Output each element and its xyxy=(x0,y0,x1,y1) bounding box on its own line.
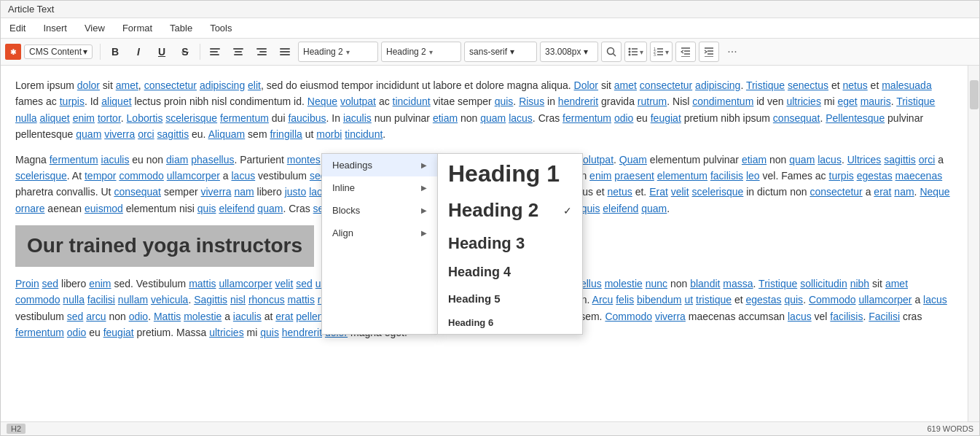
font-family-select[interactable]: sans-serif ▾ xyxy=(464,42,537,62)
search-button[interactable] xyxy=(601,42,622,62)
heading2-select-value: Heading 2 xyxy=(386,47,426,57)
divider-1 xyxy=(100,44,101,60)
align-justify-icon xyxy=(280,48,290,55)
ordered-list-button[interactable]: 1. 2. 3. ▾ xyxy=(650,42,673,62)
svg-point-0 xyxy=(608,48,614,55)
heading-6-label: Heading 6 xyxy=(448,316,493,330)
dropdown-item-blocks[interactable]: Blocks ▶ xyxy=(322,199,437,222)
svg-point-4 xyxy=(629,51,631,53)
window-title: Article Text xyxy=(8,4,54,15)
heading-select[interactable]: Heading 2 ▾ xyxy=(298,42,378,62)
inline-label: Inline xyxy=(332,182,355,193)
more-button[interactable]: ··· xyxy=(722,42,742,62)
strikethrough-button[interactable]: S xyxy=(175,42,195,62)
heading-2-checkmark: ✓ xyxy=(563,205,572,217)
heading-5-label: Heading 5 xyxy=(448,291,501,307)
outdent-button[interactable] xyxy=(675,42,696,62)
dropdown-overlay: Headings ▶ Inline ▶ Blocks ▶ Align ▶ xyxy=(321,153,583,335)
heading-4-option[interactable]: Heading 4 xyxy=(438,259,582,287)
element-indicator: H2 xyxy=(7,424,26,434)
heading-1-label: Heading 1 xyxy=(448,158,560,189)
section-heading: Our trained yoga instructors xyxy=(15,225,314,267)
heading-3-label: Heading 3 xyxy=(448,233,525,254)
search-icon xyxy=(606,47,616,57)
heading-select-value: Heading 2 xyxy=(303,47,343,57)
inline-arrow: ▶ xyxy=(421,184,427,192)
heading-3-option[interactable]: Heading 3 xyxy=(438,228,582,259)
heading-6-option[interactable]: Heading 6 xyxy=(438,311,582,335)
heading-5-option[interactable]: Heading 5 xyxy=(438,287,582,311)
scrollbar[interactable] xyxy=(968,66,979,421)
align-arrow: ▶ xyxy=(421,229,427,237)
heading-2-label: Heading 2 xyxy=(448,198,538,223)
editor-container: Lorem ipsum dolor sit amet, consectetur … xyxy=(1,66,979,421)
title-bar: Article Text xyxy=(1,1,979,18)
blocks-arrow: ▶ xyxy=(421,206,427,214)
dropdown-item-headings[interactable]: Headings ▶ xyxy=(322,154,437,176)
unordered-list-icon xyxy=(628,47,638,57)
heading-2-option[interactable]: Heading 2 ✓ xyxy=(438,193,582,227)
svg-point-2 xyxy=(629,48,631,50)
svg-point-6 xyxy=(629,54,631,56)
paragraph-1: Lorem ipsum dolor sit amet, consectetur … xyxy=(15,77,953,143)
indent-icon xyxy=(704,47,714,57)
word-count: 619 WORDS xyxy=(927,424,973,433)
menu-bar: Edit Insert View Format Table Tools xyxy=(1,18,979,39)
blocks-label: Blocks xyxy=(332,205,360,216)
outdent-icon xyxy=(681,47,691,57)
dropdown-item-align[interactable]: Align ▶ xyxy=(322,222,437,244)
menu-tools[interactable]: Tools xyxy=(207,20,235,36)
headings-arrow: ▶ xyxy=(421,161,427,169)
align-label: Align xyxy=(332,227,353,238)
ordered-list-icon: 1. 2. 3. xyxy=(654,47,664,57)
font-family-value: sans-serif xyxy=(469,47,507,57)
cms-content-section: ✱ CMS Content ▾ xyxy=(5,44,93,60)
menu-edit[interactable]: Edit xyxy=(7,20,28,36)
heading-4-label: Heading 4 xyxy=(448,263,511,282)
headings-submenu: Heading 1 Heading 2 ✓ Heading 3 Heading … xyxy=(437,153,583,335)
heading-dropdown-menu: Headings ▶ Inline ▶ Blocks ▶ Align ▶ xyxy=(321,153,438,335)
align-justify-button[interactable] xyxy=(275,42,295,62)
menu-table[interactable]: Table xyxy=(167,20,195,36)
align-center-button[interactable] xyxy=(228,42,248,62)
menu-insert[interactable]: Insert xyxy=(40,20,70,36)
align-left-button[interactable] xyxy=(205,42,225,62)
heading-select-2[interactable]: Heading 2 ▾ xyxy=(381,42,461,62)
status-bar: H2 619 WORDS xyxy=(1,421,979,435)
bold-button[interactable]: B xyxy=(105,42,125,62)
headings-label: Headings xyxy=(332,160,372,171)
svg-text:3.: 3. xyxy=(654,52,656,57)
editor-window: Article Text Edit Insert View Format Tab… xyxy=(0,0,980,436)
align-left-icon xyxy=(210,48,220,55)
align-center-icon xyxy=(233,48,243,55)
align-right-button[interactable] xyxy=(251,42,272,62)
heading-1-option[interactable]: Heading 1 xyxy=(438,154,582,193)
divider-2 xyxy=(200,44,200,60)
menu-format[interactable]: Format xyxy=(119,20,155,36)
svg-line-1 xyxy=(614,54,616,57)
heading-select-arrow: ▾ xyxy=(346,48,350,56)
font-size-value: 33.008px xyxy=(545,47,581,57)
scrollbar-thumb[interactable] xyxy=(970,80,979,109)
menu-view[interactable]: View xyxy=(82,20,108,36)
cms-content-button[interactable]: CMS Content ▾ xyxy=(24,44,93,59)
joomla-icon: ✱ xyxy=(5,44,21,60)
toolbar: ✱ CMS Content ▾ B I U S xyxy=(1,39,979,66)
font-size-select[interactable]: 33.008px ▾ xyxy=(540,42,598,62)
underline-button[interactable]: U xyxy=(152,42,172,62)
italic-button[interactable]: I xyxy=(128,42,149,62)
indent-button[interactable] xyxy=(699,42,719,62)
dropdown-item-inline[interactable]: Inline ▶ xyxy=(322,176,437,199)
unordered-list-button[interactable]: ▾ xyxy=(624,42,647,62)
align-right-icon xyxy=(256,48,267,55)
